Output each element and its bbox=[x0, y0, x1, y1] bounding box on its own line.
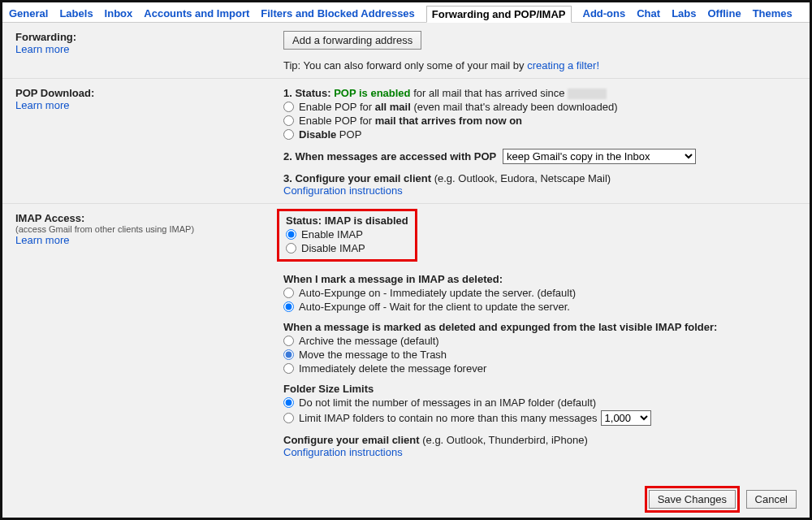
folder-limit-radio[interactable] bbox=[283, 413, 294, 423]
tab-labs[interactable]: Labs bbox=[672, 7, 696, 20]
imap-configure-label: Configure your email client bbox=[283, 434, 420, 446]
forwarding-tip-text: Tip: You can also forward only some of y… bbox=[283, 59, 527, 72]
cancel-button[interactable]: Cancel bbox=[746, 490, 797, 509]
pop-enable-now-radio[interactable] bbox=[283, 115, 294, 126]
pop-access-select[interactable]: keep Gmail's copy in the Inbox bbox=[503, 149, 696, 164]
tab-filters[interactable]: Filters and Blocked Addresses bbox=[261, 7, 415, 20]
auto-expunge-off-radio[interactable] bbox=[283, 301, 294, 312]
pop-learn-more-link[interactable]: Learn more bbox=[15, 99, 283, 111]
pop-configure-label: 3. Configure your email client bbox=[283, 172, 431, 184]
save-highlight: Save Changes bbox=[645, 486, 740, 513]
imap-enable-radio[interactable] bbox=[286, 229, 296, 240]
tab-forwarding-pop-imap[interactable]: Forwarding and POP/IMAP bbox=[426, 6, 572, 23]
action-buttons: Save Changes Cancel bbox=[645, 486, 797, 513]
auto-expunge-on-label: Auto-Expunge on - Immediately update the… bbox=[299, 287, 576, 299]
pop-download-section: POP Download: Learn more 1. Status: POP … bbox=[2, 79, 810, 204]
expunged-delete-radio[interactable] bbox=[283, 363, 294, 374]
forwarding-section: Forwarding: Learn more Add a forwarding … bbox=[2, 23, 810, 79]
folder-limit-label: Limit IMAP folders to contain no more th… bbox=[299, 412, 598, 424]
folder-size-limits-header: Folder Size Limits bbox=[283, 383, 374, 395]
pop-disable-label: Disable POP bbox=[299, 128, 361, 141]
pop-status-prefix: 1. Status: bbox=[283, 87, 334, 99]
tab-chat[interactable]: Chat bbox=[637, 7, 660, 20]
auto-expunge-off-label: Auto-Expunge off - Wait for the client t… bbox=[299, 301, 570, 313]
expunged-delete-label: Immediately delete the message forever bbox=[299, 362, 486, 375]
imap-access-subtitle: (access Gmail from other clients using I… bbox=[15, 224, 283, 234]
imap-status-label: Status: IMAP is disabled bbox=[286, 214, 408, 227]
expunged-trash-radio[interactable] bbox=[283, 349, 294, 360]
tab-accounts-import[interactable]: Accounts and Import bbox=[144, 7, 249, 20]
tab-labels[interactable]: Labels bbox=[59, 7, 93, 20]
pop-enable-all-label: Enable POP for all mail (even mail that'… bbox=[299, 101, 618, 113]
imap-deleted-header: When I mark a message in IMAP as deleted… bbox=[283, 273, 503, 285]
imap-access-title: IMAP Access: bbox=[15, 212, 283, 224]
tab-addons[interactable]: Add-ons bbox=[583, 7, 626, 20]
imap-learn-more-link[interactable]: Learn more bbox=[15, 234, 283, 246]
pop-config-instructions-link[interactable]: Configuration instructions bbox=[283, 184, 797, 197]
pop-enable-all-radio[interactable] bbox=[283, 102, 294, 112]
pop-configure-suffix: (e.g. Outlook, Eudora, Netscape Mail) bbox=[431, 172, 611, 184]
pop-access-label: 2. When messages are accessed with POP bbox=[283, 150, 496, 162]
save-changes-button[interactable]: Save Changes bbox=[649, 490, 736, 509]
imap-disable-radio[interactable] bbox=[286, 243, 296, 254]
add-forwarding-address-button[interactable]: Add a forwarding address bbox=[283, 31, 421, 50]
pop-status-date-redacted bbox=[568, 89, 607, 99]
forwarding-title: Forwarding: bbox=[15, 31, 283, 43]
pop-status-suffix: for all mail that has arrived since bbox=[411, 87, 568, 99]
pop-enable-now-label: Enable POP for mail that arrives from no… bbox=[299, 115, 522, 127]
imap-enable-label: Enable IMAP bbox=[301, 228, 363, 240]
pop-download-title: POP Download: bbox=[15, 87, 283, 99]
expunged-archive-label: Archive the message (default) bbox=[299, 335, 439, 347]
settings-tabs: General Labels Inbox Accounts and Import… bbox=[2, 2, 810, 23]
forwarding-learn-more-link[interactable]: Learn more bbox=[15, 43, 283, 55]
expunged-archive-radio[interactable] bbox=[283, 336, 294, 346]
expunged-trash-label: Move the message to the Trash bbox=[299, 349, 447, 361]
tab-inbox[interactable]: Inbox bbox=[105, 7, 133, 20]
pop-disable-radio[interactable] bbox=[283, 129, 294, 140]
folder-no-limit-radio[interactable] bbox=[283, 397, 294, 408]
imap-disable-label: Disable IMAP bbox=[301, 242, 365, 254]
pop-status-value: POP is enabled bbox=[334, 87, 410, 99]
tab-offline[interactable]: Offline bbox=[707, 7, 741, 20]
imap-configure-suffix: (e.g. Outlook, Thunderbird, iPhone) bbox=[420, 434, 588, 446]
tab-themes[interactable]: Themes bbox=[753, 7, 793, 20]
tab-general[interactable]: General bbox=[9, 7, 48, 20]
folder-limit-select[interactable]: 1,000 bbox=[601, 410, 651, 426]
imap-access-section: IMAP Access: (access Gmail from other cl… bbox=[2, 204, 810, 465]
auto-expunge-on-radio[interactable] bbox=[283, 288, 294, 298]
imap-expunged-header: When a message is marked as deleted and … bbox=[283, 321, 717, 333]
imap-config-instructions-link[interactable]: Configuration instructions bbox=[283, 446, 797, 458]
imap-enable-highlight: Status: IMAP is disabled Enable IMAP Dis… bbox=[277, 209, 417, 262]
folder-no-limit-label: Do not limit the number of messages in a… bbox=[299, 396, 596, 409]
creating-filter-link[interactable]: creating a filter! bbox=[527, 59, 599, 72]
